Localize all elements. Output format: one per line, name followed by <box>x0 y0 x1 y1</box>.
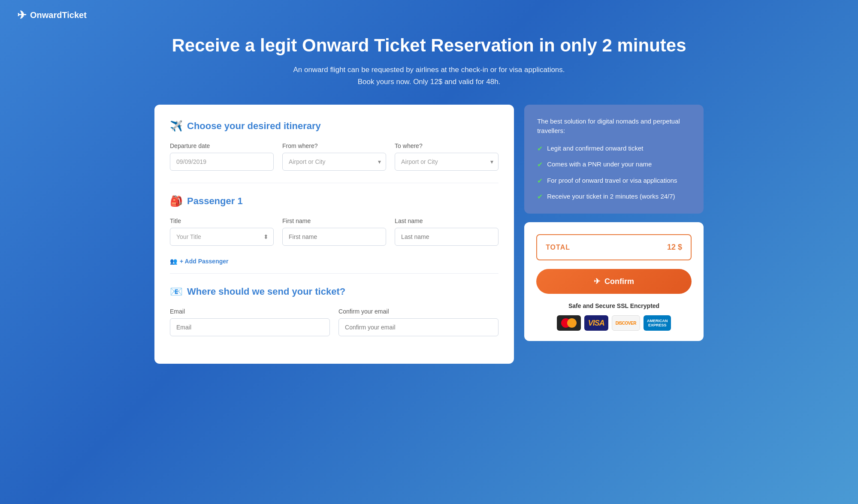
header: ✈ OnwardTicket <box>0 0 858 22</box>
main-content: ✈️ Choose your desired itinerary Departu… <box>129 105 729 381</box>
logo-text-bold: Ticket <box>62 10 86 20</box>
visa-icon: VISA <box>584 315 608 331</box>
itinerary-icon: ✈️ <box>170 120 183 132</box>
feature-list: ✔ Legit and confirmed onward ticket ✔ Co… <box>537 144 691 202</box>
from-where-group: From where? Airport or City ▾ <box>282 142 386 171</box>
left-panel: ✈️ Choose your desired itinerary Departu… <box>154 105 514 364</box>
mc-orange-circle <box>567 318 577 328</box>
from-where-label: From where? <box>282 142 386 149</box>
title-select-wrapper: Your Title Mr Mrs Ms Dr ⬍ <box>170 228 274 246</box>
divider-2 <box>170 273 498 274</box>
check-icon-4: ✔ <box>537 192 543 202</box>
feature-text-4: Receive your ticket in 2 minutes (works … <box>547 192 675 201</box>
passenger-icon: 🎒 <box>170 195 183 207</box>
feature-item-2: ✔ Comes with a PNR under your name <box>537 160 691 169</box>
payment-cards: VISA DISCOVER AMERICANEXPRESS <box>536 315 692 331</box>
feature-item-3: ✔ For proof of onward travel or visa app… <box>537 176 691 186</box>
title-label: Title <box>170 217 274 224</box>
hero-subtitle-line1: An onward flight can be requested by air… <box>293 66 565 74</box>
order-box: TOTAL 12 $ ✈ Confirm Safe and Secure SSL… <box>524 222 704 341</box>
mastercard-icon <box>557 315 581 331</box>
email-section-title: 📧 Where should we send your ticket? <box>170 286 498 298</box>
discover-icon: DISCOVER <box>612 315 640 331</box>
last-name-label: Last name <box>395 217 498 224</box>
passenger-section-title: 🎒 Passenger 1 <box>170 195 498 207</box>
title-group: Title Your Title Mr Mrs Ms Dr ⬍ <box>170 217 274 246</box>
confirm-label: Confirm <box>604 277 634 286</box>
departure-date-label: Departure date <box>170 142 274 149</box>
to-where-group: To where? Airport or City ▾ <box>395 142 498 171</box>
total-row: TOTAL 12 $ <box>536 234 692 260</box>
last-name-group: Last name <box>395 217 498 246</box>
secure-text: Safe and Secure SSL Encrypted <box>536 302 692 309</box>
passenger-form-row: Title Your Title Mr Mrs Ms Dr ⬍ First na… <box>170 217 498 246</box>
first-name-input[interactable] <box>282 228 386 246</box>
feature-text-2: Comes with a PNR under your name <box>547 160 652 169</box>
departure-date-group: Departure date <box>170 142 274 171</box>
passenger-title-text: Passenger 1 <box>187 196 243 207</box>
hero-content: Receive a legit Onward Ticket Reservatio… <box>0 22 858 105</box>
confirm-email-label: Confirm your email <box>338 308 498 315</box>
to-where-select[interactable]: Airport or City <box>395 153 498 171</box>
info-box: The best solution for digital nomads and… <box>524 105 704 214</box>
confirm-button[interactable]: ✈ Confirm <box>536 269 692 294</box>
confirm-email-group: Confirm your email <box>338 308 498 336</box>
check-icon-1: ✔ <box>537 144 543 154</box>
hero-section: Receive a legit Onward Ticket Reservatio… <box>0 22 858 105</box>
logo-text-regular: Onward <box>30 10 62 20</box>
total-label: TOTAL <box>546 244 570 251</box>
email-title-text: Where should we send your ticket? <box>187 286 345 297</box>
title-select[interactable]: Your Title Mr Mrs Ms Dr <box>170 228 274 246</box>
check-icon-3: ✔ <box>537 176 543 186</box>
from-where-select[interactable]: Airport or City <box>282 153 386 171</box>
email-group: Email <box>170 308 330 336</box>
hero-subtitle-line2: Book yours now. Only 12$ and valid for 4… <box>358 78 501 86</box>
logo-icon: ✈ <box>17 9 27 22</box>
to-where-select-wrapper: Airport or City ▾ <box>395 153 498 171</box>
last-name-input[interactable] <box>395 228 498 246</box>
to-where-label: To where? <box>395 142 498 149</box>
add-passenger-button[interactable]: 👥 + Add Passenger <box>170 258 228 265</box>
email-label: Email <box>170 308 330 315</box>
feature-item-1: ✔ Legit and confirmed onward ticket <box>537 144 691 154</box>
right-panel: The best solution for digital nomads and… <box>524 105 704 364</box>
itinerary-section-title: ✈️ Choose your desired itinerary <box>170 120 498 132</box>
confirm-plane-icon: ✈ <box>594 277 600 286</box>
email-icon: 📧 <box>170 286 183 298</box>
hero-title: Receive a legit Onward Ticket Reservatio… <box>9 35 849 56</box>
itinerary-form-row: Departure date From where? Airport or Ci… <box>170 142 498 171</box>
itinerary-title-text: Choose your desired itinerary <box>187 121 321 132</box>
total-amount: 12 $ <box>667 243 682 252</box>
info-intro: The best solution for digital nomads and… <box>537 117 691 136</box>
first-name-label: First name <box>282 217 386 224</box>
from-where-select-wrapper: Airport or City ▾ <box>282 153 386 171</box>
confirm-email-input[interactable] <box>338 318 498 336</box>
amex-icon: AMERICANEXPRESS <box>644 315 671 331</box>
email-form-row: Email Confirm your email <box>170 308 498 336</box>
add-passenger-label: + Add Passenger <box>180 258 228 265</box>
feature-text-1: Legit and confirmed onward ticket <box>547 144 643 153</box>
first-name-group: First name <box>282 217 386 246</box>
add-passenger-icon: 👥 <box>170 258 177 265</box>
check-icon-2: ✔ <box>537 160 543 169</box>
divider-1 <box>170 183 498 183</box>
logo: ✈ OnwardTicket <box>17 9 87 22</box>
feature-text-3: For proof of onward travel or visa appli… <box>547 176 677 185</box>
feature-item-4: ✔ Receive your ticket in 2 minutes (work… <box>537 192 691 202</box>
departure-date-input[interactable] <box>170 153 274 171</box>
email-input[interactable] <box>170 318 330 336</box>
